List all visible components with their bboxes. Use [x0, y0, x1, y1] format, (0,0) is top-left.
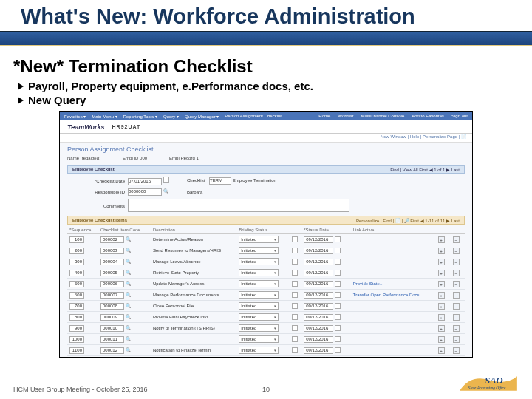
- delete-row-button[interactable]: −: [453, 325, 460, 332]
- nav-signout[interactable]: Sign out: [451, 114, 468, 118]
- nav-mcc[interactable]: MultiChannel Console: [361, 114, 405, 118]
- sequence-input[interactable]: 500: [69, 281, 84, 287]
- calendar-icon[interactable]: [335, 325, 341, 331]
- add-row-button[interactable]: +: [438, 270, 445, 276]
- status-select[interactable]: Initiated: [239, 302, 279, 310]
- nav-favorites[interactable]: Add to Favorites: [412, 114, 444, 118]
- calendar-icon[interactable]: [163, 177, 169, 183]
- lookup-icon[interactable]: 🔍: [126, 304, 131, 308]
- add-row-button[interactable]: +: [438, 259, 445, 265]
- item-code-input[interactable]: 000007: [100, 292, 124, 299]
- status-checkbox[interactable]: [292, 292, 298, 298]
- delete-row-button[interactable]: −: [453, 314, 460, 321]
- lookup-icon[interactable]: 🔍: [126, 248, 131, 253]
- status-select[interactable]: Initiated: [239, 258, 279, 265]
- nav-item[interactable]: Query Manager ▾: [185, 114, 219, 119]
- status-date-input[interactable]: 09/12/2016: [304, 236, 333, 243]
- nav-item[interactable]: Reporting Tools ▾: [123, 114, 157, 119]
- status-select[interactable]: Initiated: [239, 335, 279, 343]
- status-select[interactable]: Initiated: [239, 324, 279, 332]
- item-code-input[interactable]: 000006: [100, 281, 124, 287]
- lookup-icon[interactable]: 🔍: [126, 237, 131, 242]
- status-checkbox[interactable]: [292, 336, 298, 342]
- lookup-icon[interactable]: 🔍: [126, 270, 131, 275]
- calendar-icon[interactable]: [335, 281, 341, 287]
- item-code-input[interactable]: 000003: [100, 248, 124, 254]
- nav-item[interactable]: Person Assignment Checklist: [225, 114, 282, 119]
- status-select[interactable]: Initiated: [239, 247, 279, 254]
- calendar-icon[interactable]: [335, 347, 341, 353]
- comments-input[interactable]: [128, 199, 349, 212]
- sequence-input[interactable]: 1100: [69, 347, 84, 354]
- add-row-button[interactable]: +: [438, 248, 445, 254]
- status-select[interactable]: Initiated: [239, 236, 279, 243]
- delete-row-button[interactable]: −: [453, 336, 460, 343]
- add-row-button[interactable]: +: [438, 325, 445, 332]
- status-select[interactable]: Initiated: [239, 280, 279, 287]
- calendar-icon[interactable]: [335, 248, 341, 253]
- status-checkbox[interactable]: [292, 325, 298, 331]
- status-checkbox[interactable]: [292, 236, 298, 242]
- nav-item[interactable]: Favorites ▾: [64, 114, 86, 119]
- status-select[interactable]: Initiated: [239, 291, 279, 299]
- lookup-icon[interactable]: 🔍: [126, 315, 131, 319]
- lookup-icon[interactable]: 🔍: [126, 259, 131, 264]
- sequence-input[interactable]: 200: [69, 248, 84, 254]
- bar-pager[interactable]: Find | View All First ◀ 1 of 1 ▶ Last: [390, 167, 460, 172]
- calendar-icon[interactable]: [335, 303, 341, 309]
- sequence-input[interactable]: 400: [69, 270, 84, 276]
- checklist-date-input[interactable]: 07/01/2016: [128, 178, 162, 185]
- status-date-input[interactable]: 09/12/2016: [304, 347, 333, 354]
- item-code-input[interactable]: 000009: [100, 314, 124, 321]
- calendar-icon[interactable]: [335, 270, 341, 276]
- status-checkbox[interactable]: [292, 303, 298, 309]
- lookup-icon[interactable]: 🔍: [163, 189, 168, 194]
- item-code-input[interactable]: 000011: [100, 336, 124, 343]
- sequence-input[interactable]: 100: [69, 236, 84, 243]
- bar-pager[interactable]: Personalize | Find | 📄 | 🔎 First ◀ 1-11 …: [356, 218, 460, 223]
- add-row-button[interactable]: +: [438, 347, 445, 354]
- delete-row-button[interactable]: −: [453, 292, 460, 299]
- delete-row-button[interactable]: −: [453, 303, 460, 310]
- delete-row-button[interactable]: −: [453, 248, 460, 254]
- lookup-icon[interactable]: 🔍: [126, 337, 131, 341]
- calendar-icon[interactable]: [335, 336, 341, 342]
- status-date-input[interactable]: 09/12/2016: [304, 292, 333, 299]
- status-checkbox[interactable]: [292, 281, 298, 287]
- lookup-icon[interactable]: 🔍: [126, 348, 131, 352]
- delete-row-button[interactable]: −: [453, 236, 460, 243]
- lookup-icon[interactable]: 🔍: [126, 326, 131, 330]
- link-cell[interactable]: Transfer Open Performance Docs: [351, 290, 435, 301]
- status-date-input[interactable]: 09/12/2016: [304, 281, 333, 287]
- item-code-input[interactable]: 000002: [100, 236, 124, 243]
- checklist-input[interactable]: TERM: [209, 177, 231, 185]
- lookup-icon[interactable]: 🔍: [126, 282, 131, 286]
- calendar-icon[interactable]: [335, 292, 341, 298]
- add-row-button[interactable]: +: [438, 314, 445, 321]
- add-row-button[interactable]: +: [438, 292, 445, 299]
- sequence-input[interactable]: 700: [69, 303, 84, 310]
- status-date-input[interactable]: 09/12/2016: [304, 303, 333, 310]
- item-code-input[interactable]: 000012: [100, 347, 124, 354]
- delete-row-button[interactable]: −: [453, 270, 460, 276]
- status-checkbox[interactable]: [292, 259, 298, 265]
- calendar-icon[interactable]: [335, 314, 341, 320]
- status-date-input[interactable]: 09/12/2016: [304, 314, 333, 321]
- item-code-input[interactable]: 000004: [100, 259, 124, 265]
- status-date-input[interactable]: 09/12/2016: [304, 336, 333, 343]
- sequence-input[interactable]: 300: [69, 259, 84, 265]
- status-date-input[interactable]: 09/12/2016: [304, 259, 333, 265]
- status-select[interactable]: Initiated: [239, 347, 279, 354]
- sequence-input[interactable]: 800: [69, 314, 84, 321]
- nav-home[interactable]: Home: [318, 114, 330, 118]
- link-cell[interactable]: Provide State…: [351, 279, 435, 290]
- nav-item[interactable]: Query ▾: [163, 114, 179, 119]
- status-checkbox[interactable]: [292, 270, 298, 276]
- item-code-input[interactable]: 000010: [100, 325, 124, 332]
- status-date-input[interactable]: 09/12/2016: [304, 270, 333, 276]
- status-checkbox[interactable]: [292, 347, 298, 353]
- nav-worklist[interactable]: Worklist: [338, 114, 353, 118]
- responsible-input[interactable]: 0000000: [128, 188, 162, 196]
- status-select[interactable]: Initiated: [239, 269, 279, 276]
- status-checkbox[interactable]: [292, 314, 298, 320]
